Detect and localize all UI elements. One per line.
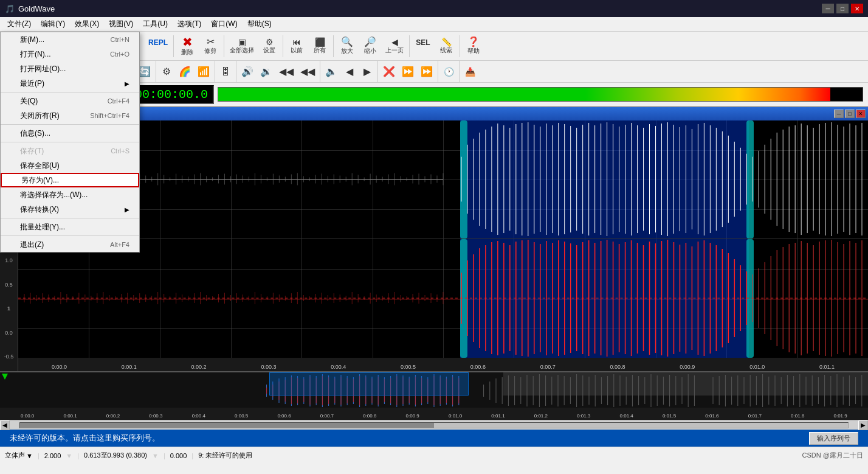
tb2-btn20[interactable]: ❌ (380, 63, 398, 81)
zoom-in-button[interactable]: 🔍放大 (336, 33, 358, 59)
menu-save[interactable]: 保存(T) Ctrl+S (1, 144, 139, 158)
rewind-label: 以前 (291, 46, 303, 55)
tb2-btn21[interactable]: ⏩ (399, 63, 417, 81)
minimize-button[interactable]: ─ (822, 4, 834, 13)
label-bot-mid: 0.5 (5, 282, 13, 288)
ov-t13: 0:01.3 (577, 413, 590, 419)
ov-t6: 0:00.6 (277, 413, 291, 419)
sep-3 (1, 142, 139, 142)
tb2-btn24[interactable]: 📥 (461, 63, 478, 81)
scroll-thumb[interactable] (20, 423, 434, 428)
ruler-icon: 📏 (441, 38, 452, 46)
status-message[interactable]: 未经许可的版本。请点击这里购买序列号。 (10, 433, 160, 444)
time-4: 0:00.4 (331, 364, 346, 370)
overview-waveform[interactable]: 0:00.0 0:00.1 0:00.2 0:00.3 0:00.4 0:00.… (0, 371, 868, 420)
serial-button[interactable]: 输入序列号 (809, 432, 858, 445)
scroll-track[interactable] (19, 422, 849, 428)
ov-t18: 0:01.8 (791, 413, 804, 419)
inner-close-button[interactable]: ✕ (856, 110, 866, 118)
sel-button[interactable]: SEL. (412, 33, 434, 59)
scroll-left-arrow[interactable]: ◀ (0, 420, 10, 430)
position-value: 0.000 (170, 452, 187, 459)
inner-window-controls: ─ □ ✕ (834, 110, 866, 118)
horizontal-scrollbar[interactable]: ◀ ▶ (0, 420, 868, 430)
prev-page-icon: ◀ (391, 38, 398, 46)
menu-close-all[interactable]: 关闭所有(R) Shift+Ctrl+F4 (1, 108, 139, 123)
tb2-btn17[interactable]: 🔈 (322, 63, 340, 81)
inner-restore-button[interactable]: □ (845, 110, 855, 118)
bottom-channel-waveform[interactable] (18, 239, 868, 358)
tb2-btn14[interactable]: 🔉 (257, 63, 275, 81)
menu-options[interactable]: 选项(T) (173, 18, 206, 30)
menu-open[interactable]: 打开(N)... Ctrl+O (1, 47, 139, 61)
menu-recent[interactable]: 最近(P) ▶ (1, 76, 139, 91)
tb2-btn19[interactable]: ▶ (359, 63, 376, 81)
zoom-out-button[interactable]: 🔎缩小 (359, 33, 381, 59)
zoom-in-icon: 🔍 (341, 37, 353, 47)
time-0: 0:00.0 (52, 364, 67, 370)
menu-close[interactable]: 关(Q) Ctrl+F4 (1, 94, 139, 108)
menu-window[interactable]: 窗口(W) (206, 18, 242, 30)
open-label: 打开(N)... (20, 49, 51, 60)
channel-arrow: ▼ (26, 452, 33, 459)
tb2-btn23[interactable]: 🕐 (440, 63, 457, 81)
sep11 (236, 61, 236, 83)
maximize-button[interactable]: □ (836, 4, 849, 13)
delete-label: 删除 (181, 48, 193, 57)
sep-5 (1, 235, 139, 236)
menu-file[interactable]: 文件(Z) (2, 18, 36, 30)
repl-button[interactable]: REPL. (145, 33, 171, 59)
rewind-button[interactable]: ⏮以前 (286, 33, 308, 59)
tb2-btn15[interactable]: ◀◀ (276, 63, 297, 81)
waveform-content: 0:00.0 0:00.1 0:00.2 0:00.3 0:00.4 0:00.… (18, 120, 868, 371)
menu-save-convert[interactable]: 保存转换(X) ▶ (1, 202, 139, 217)
tb2-btn11[interactable]: 📶 (195, 63, 213, 81)
help-button[interactable]: ❓帮助 (463, 33, 484, 59)
save-as-label: 另存为(V)... (21, 175, 59, 186)
menu-help[interactable]: 帮助(S) (243, 18, 277, 30)
tb2-btn10[interactable]: 🌈 (176, 63, 194, 81)
menu-save-all[interactable]: 保存全部(U) (1, 158, 139, 173)
all-button[interactable]: ⬛所有 (309, 33, 331, 59)
inner-minimize-button[interactable]: ─ (834, 110, 844, 118)
channel-label: 立体声 (5, 451, 25, 460)
statusbar[interactable]: 未经许可的版本。请点击这里购买序列号。 输入序列号 (0, 430, 868, 447)
tb2-btn9[interactable]: ⚙ (158, 63, 175, 81)
info-sep3: | (77, 452, 79, 459)
ruler-button[interactable]: 📏线索 (435, 33, 457, 59)
tb2-btn16[interactable]: ◀◀ (297, 63, 318, 81)
time-1: 0:00.1 (122, 364, 137, 370)
tb2-btn13[interactable]: 🔊 (238, 63, 257, 81)
select-all-label: 全部选择 (230, 46, 254, 55)
close-all-shortcut: Shift+Ctrl+F4 (90, 112, 129, 119)
menu-view[interactable]: 视图(V) (104, 18, 138, 30)
scroll-right-arrow[interactable]: ▶ (858, 420, 868, 430)
tb2-btn18[interactable]: ◀ (341, 63, 358, 81)
bottom-channel-labels: 1.0 0.5 1 0.0 -0.5 (4, 246, 14, 372)
prev-page-button[interactable]: ◀上一页 (382, 33, 407, 59)
channel-dropdown[interactable]: 立体声 ▼ (5, 451, 33, 460)
menu-tools[interactable]: 工具(U) (138, 18, 173, 30)
menu-info[interactable]: 信息(S)... (1, 126, 139, 141)
menu-save-as[interactable]: 另存为(V)... (1, 173, 139, 187)
ov-t4: 0:00.4 (192, 413, 205, 419)
select-all-icon: ▣ (238, 38, 246, 46)
menu-open-url[interactable]: 打开网址(O)... (1, 61, 139, 76)
trim-button[interactable]: ✂修剪 (199, 33, 221, 59)
recent-arrow: ▶ (125, 80, 129, 87)
menu-save-selection[interactable]: 将选择保存为...(W)... (1, 187, 139, 202)
menu-batch[interactable]: 批量处理(Y)... (1, 220, 139, 234)
close-button[interactable]: ✕ (851, 4, 863, 13)
menu-effect[interactable]: 效果(X) (70, 18, 104, 30)
menubar: 文件(Z) 编辑(Y) 效果(X) 视图(V) 工具(U) 选项(T) 窗口(W… (0, 17, 868, 32)
tb2-btn22[interactable]: ⏩ (418, 63, 436, 81)
menu-exit[interactable]: 退出(Z) Alt+F4 (1, 237, 139, 252)
top-channel-waveform[interactable] (18, 120, 868, 239)
menu-edit[interactable]: 编辑(Y) (36, 18, 70, 30)
settings-button[interactable]: ⚙设置 (258, 33, 280, 59)
delete-button[interactable]: ✖删除 (176, 33, 198, 59)
tb2-btn12[interactable]: 🎛 (217, 63, 234, 81)
select-all-button[interactable]: ▣全部选择 (227, 33, 257, 59)
menu-new[interactable]: 新(M)... Ctrl+N (1, 32, 139, 47)
time-2: 0:00.2 (191, 364, 207, 370)
